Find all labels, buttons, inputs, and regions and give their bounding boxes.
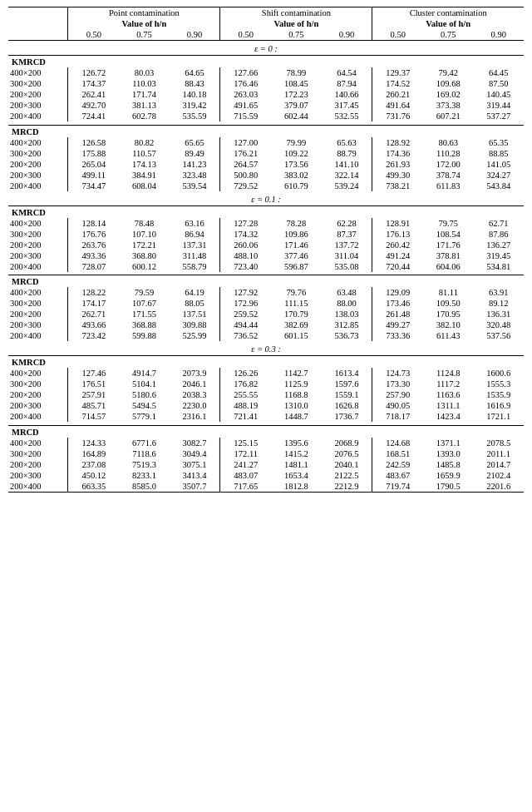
- cell-value: 2212.9: [322, 481, 372, 493]
- cell-value: 176.21: [220, 148, 271, 159]
- cell-value: 1310.0: [271, 400, 321, 411]
- cell-value: 604.06: [423, 261, 473, 272]
- table-row: 300×200176.76107.1086.94174.32109.8687.3…: [8, 229, 524, 240]
- cell-value: 79.99: [271, 137, 321, 148]
- cell-value: 1124.8: [423, 368, 473, 379]
- cell-value: 263.03: [220, 89, 271, 100]
- table-row: 200×200262.71171.55137.51259.52170.79138…: [8, 309, 524, 319]
- cell-value: 1142.7: [271, 368, 321, 379]
- cell-value: 87.94: [322, 78, 372, 89]
- epsilon-label-0: ε = 0 :: [8, 41, 524, 56]
- cell-value: 733.36: [372, 330, 423, 341]
- cell-value: 3049.4: [170, 448, 220, 459]
- c-col-075: 0.75: [423, 29, 473, 41]
- cell-value: 1721.1: [474, 411, 525, 422]
- row-label: 400×200: [8, 368, 68, 379]
- cell-value: 88.43: [170, 78, 220, 89]
- cell-value: 1485.8: [423, 459, 473, 470]
- table-row: 300×200176.515104.12046.1176.821125.9159…: [8, 379, 524, 389]
- cell-value: 174.37: [68, 78, 119, 89]
- cell-value: 663.35: [68, 481, 119, 493]
- cell-value: 255.55: [220, 389, 271, 400]
- cell-value: 608.04: [119, 181, 169, 191]
- cell-value: 311.04: [322, 250, 372, 261]
- cell-value: 87.86: [474, 229, 525, 240]
- cell-value: 108.45: [271, 78, 321, 89]
- cell-value: 3413.4: [170, 470, 220, 481]
- cell-value: 260.21: [372, 89, 423, 100]
- cell-value: 734.47: [68, 181, 119, 191]
- cell-value: 500.80: [220, 170, 271, 181]
- cell-value: 1559.1: [322, 389, 372, 400]
- cell-value: 87.37: [322, 229, 372, 240]
- cell-value: 610.79: [271, 181, 321, 191]
- table-row: 200×400728.07600.12558.79723.40596.87535…: [8, 261, 524, 272]
- table-row: 200×200265.04174.13141.23264.57173.56141…: [8, 159, 524, 170]
- cell-value: 7118.6: [119, 448, 169, 459]
- cell-value: 140.66: [322, 89, 372, 100]
- table-row: 200×300492.70381.13319.42491.65379.07317…: [8, 100, 524, 111]
- cell-value: 534.81: [474, 261, 525, 272]
- cell-value: 1626.8: [322, 400, 372, 411]
- cell-value: 175.88: [68, 148, 119, 159]
- s-col-090: 0.90: [322, 29, 372, 41]
- main-container: Point contamination Shift contamination …: [0, 0, 532, 499]
- cell-value: 1600.6: [474, 368, 525, 379]
- c-col-090: 0.90: [474, 29, 525, 41]
- cell-value: 599.88: [119, 330, 169, 341]
- table-row: 300×200175.88110.5789.49176.21109.2288.7…: [8, 148, 524, 159]
- cell-value: 8585.0: [119, 481, 169, 493]
- cell-value: 491.65: [220, 100, 271, 111]
- cell-value: 78.28: [271, 218, 321, 229]
- row-label: 300×200: [8, 78, 68, 89]
- cell-value: 259.52: [220, 309, 271, 319]
- table-row: 400×200127.464914.72073.9126.261142.7161…: [8, 368, 524, 379]
- cell-value: 263.76: [68, 240, 119, 250]
- cell-value: 312.85: [322, 319, 372, 330]
- cell-value: 136.31: [474, 309, 525, 319]
- cell-value: 2040.1: [322, 459, 372, 470]
- table-row: 200×300493.36368.80311.48488.10377.46311…: [8, 250, 524, 261]
- table-row: 400×200128.1478.4863.16127.2878.2862.281…: [8, 218, 524, 229]
- row-label: 400×200: [8, 287, 68, 298]
- row-label: 200×200: [8, 89, 68, 100]
- cell-value: 111.15: [271, 298, 321, 309]
- method-header-1-0: KMRCD: [8, 205, 524, 218]
- cell-value: 2122.5: [322, 470, 372, 481]
- cell-value: 1371.1: [423, 438, 473, 448]
- row-label: 300×200: [8, 298, 68, 309]
- cell-value: 373.38: [423, 100, 473, 111]
- cell-value: 1423.4: [423, 411, 473, 422]
- cell-value: 141.05: [474, 159, 525, 170]
- cell-value: 260.06: [220, 240, 271, 250]
- cell-value: 2046.1: [170, 379, 220, 389]
- cell-value: 378.81: [423, 250, 473, 261]
- cell-value: 483.07: [220, 470, 271, 481]
- cell-value: 170.79: [271, 309, 321, 319]
- cell-value: 499.30: [372, 170, 423, 181]
- cell-value: 1393.0: [423, 448, 473, 459]
- cell-value: 381.13: [119, 100, 169, 111]
- table-row: 200×200237.087519.33075.1241.271481.1204…: [8, 459, 524, 470]
- cell-value: 1168.8: [271, 389, 321, 400]
- cell-value: 108.54: [423, 229, 473, 240]
- row-label: 200×400: [8, 481, 68, 493]
- cell-value: 378.74: [423, 170, 473, 181]
- cell-value: 174.52: [372, 78, 423, 89]
- cell-value: 536.73: [322, 330, 372, 341]
- cell-value: 368.88: [119, 319, 169, 330]
- cell-value: 720.44: [372, 261, 423, 272]
- cell-value: 261.48: [372, 309, 423, 319]
- cell-value: 257.91: [68, 389, 119, 400]
- cell-value: 715.59: [220, 111, 271, 121]
- cell-value: 136.27: [474, 240, 525, 250]
- row-label: 200×200: [8, 459, 68, 470]
- cell-value: 499.11: [68, 170, 119, 181]
- table-row: 200×300450.128233.13413.4483.071653.4212…: [8, 470, 524, 481]
- shift-contamination-header: Shift contamination: [220, 7, 372, 19]
- cell-value: 723.40: [220, 261, 271, 272]
- cell-value: 723.42: [68, 330, 119, 341]
- cell-value: 78.99: [271, 67, 321, 78]
- cell-value: 128.22: [68, 287, 119, 298]
- row-label: 300×200: [8, 229, 68, 240]
